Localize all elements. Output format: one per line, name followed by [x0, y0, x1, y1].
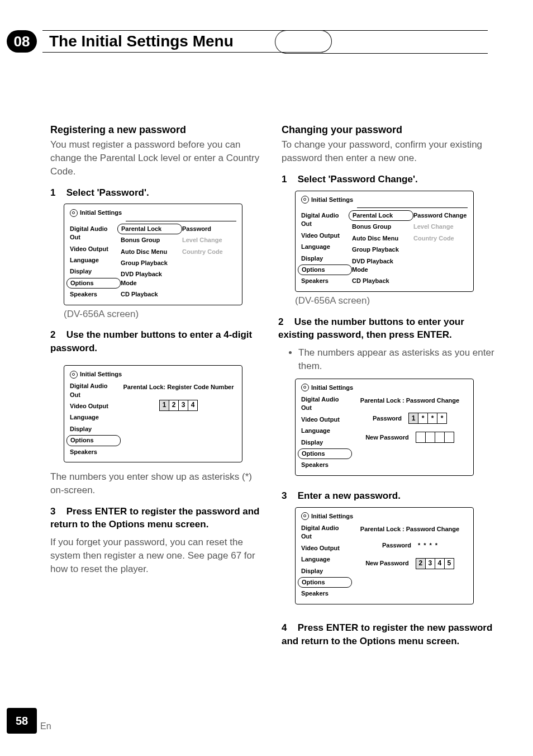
ui-title-text: Initial Settings — [311, 512, 353, 521]
mid-item: Bonus Group — [352, 223, 410, 231]
ui-screenshot-2: Initial Settings Digital Audio Out Video… — [64, 365, 242, 462]
step-1: 1 Select 'Password Change'. — [282, 173, 499, 186]
disc-icon — [301, 512, 309, 520]
right-item-dim: Level Change — [413, 223, 468, 231]
ui-title-text: Initial Settings — [311, 196, 353, 204]
code-digit: * — [418, 413, 428, 424]
step-number: 1 — [50, 186, 64, 200]
sidebar-item: Digital Audio Out — [301, 211, 349, 229]
step-text: Use the number buttons to enter your exi… — [278, 316, 464, 341]
ui-right-column: Password Change Level Change Country Cod… — [413, 211, 468, 286]
right-item-dim: Country Code — [182, 248, 236, 256]
center-title: Parental Lock : Password Change — [360, 396, 459, 405]
sidebar-item: Language — [301, 243, 349, 251]
sidebar-item: Video Output — [70, 402, 117, 410]
ui-title: Initial Settings — [70, 209, 236, 217]
sidebar-item: Language — [301, 555, 349, 564]
chapter-number: 08 — [7, 30, 37, 53]
step-4: 4 Press ENTER to register the new passwo… — [282, 621, 499, 648]
code-digit: 1 — [159, 400, 169, 411]
mid-item: Auto Disc Menu — [121, 248, 179, 256]
mid-item-selected: Parental Lock — [117, 224, 182, 234]
password-label: Password — [373, 414, 402, 423]
step-2: 2 Use the number buttons to enter a 4-di… — [50, 328, 268, 355]
sidebar-item: Display — [301, 567, 349, 575]
step-2: 2 Use the number buttons to enter your e… — [278, 315, 499, 342]
code-digit: * — [428, 413, 437, 424]
ui-title-text: Initial Settings — [80, 209, 122, 217]
step-number: 4 — [282, 621, 295, 635]
star: * — [429, 541, 431, 550]
ui-sidebar: Digital Audio Out Video Output Language … — [70, 382, 117, 456]
step-text: Press ENTER to register the password and… — [50, 506, 260, 530]
header-right-tab — [275, 30, 488, 54]
step-text: Press ENTER to register the new password… — [282, 622, 492, 646]
page-number: 58 — [7, 708, 37, 734]
sidebar-item: Video Output — [301, 231, 349, 240]
mid-item: Group Playback — [352, 245, 410, 254]
section-heading: Changing your password — [282, 123, 499, 137]
code-input: 1 2 3 4 — [159, 400, 198, 411]
section-heading: Registering a new password — [50, 123, 268, 137]
center-title: Parental Lock : Password Change — [360, 525, 459, 533]
sidebar-item: Language — [70, 256, 117, 264]
mid-item: DVD Playback Mode — [352, 257, 410, 275]
body-text: If you forget your password, you can res… — [50, 536, 268, 575]
mid-item: Bonus Group — [121, 236, 179, 244]
code-digit — [416, 432, 426, 443]
ui-middle-column: Parental Lock Bonus Group Auto Disc Menu… — [121, 225, 179, 299]
mid-item: CD Playback — [121, 290, 179, 299]
ui-screenshot-1: Initial Settings Digital Audio Out Video… — [64, 204, 242, 305]
step-number: 3 — [282, 489, 295, 503]
ui-sidebar: Digital Audio Out Video Output Language … — [301, 395, 349, 470]
code-stars: * * * * — [418, 541, 437, 550]
code-digit — [426, 432, 435, 443]
new-password-label: New Password — [365, 433, 409, 442]
sidebar-item: Language — [70, 413, 117, 422]
code-input: 2 3 4 5 — [416, 558, 454, 569]
sidebar-item: Display — [301, 254, 349, 263]
step-3: 3 Press ENTER to register the password a… — [50, 505, 268, 532]
sidebar-item: Speakers — [301, 461, 349, 469]
ui-sidebar: Digital Audio Out Video Output Language … — [70, 225, 117, 299]
screenshot-caption: (DV-656A screen) — [295, 294, 499, 308]
page-language: En — [40, 721, 51, 731]
sidebar-item: Digital Audio Out — [70, 382, 117, 399]
ui-sidebar: Digital Audio Out Video Output Language … — [301, 211, 349, 286]
disc-icon — [70, 209, 78, 217]
code-input — [416, 432, 454, 443]
sidebar-item: Video Output — [301, 544, 349, 552]
ui-middle-column: Parental Lock Bonus Group Auto Disc Menu… — [352, 211, 410, 286]
ui-title: Initial Settings — [301, 196, 468, 204]
bullet-list: The numbers appear as asterisks as you e… — [282, 346, 499, 373]
right-item-dim: Level Change — [182, 236, 236, 244]
intro-text: To change your password, confirm your ex… — [282, 138, 499, 165]
sidebar-item: Video Output — [301, 415, 349, 424]
code-digit: 4 — [435, 558, 445, 569]
ui-center: Parental Lock : Password Change Password… — [352, 524, 468, 598]
left-column: Registering a new password You must regi… — [50, 123, 268, 652]
ui-screenshot-5: Initial Settings Digital Audio Out Video… — [295, 507, 474, 604]
ui-title: Initial Settings — [301, 384, 468, 392]
mid-item: DVD Playback Mode — [121, 270, 179, 287]
ui-title: Initial Settings — [301, 512, 468, 521]
sidebar-item: Speakers — [301, 277, 349, 285]
sidebar-item: Digital Audio Out — [301, 524, 349, 541]
code-digit: 4 — [188, 400, 198, 411]
sidebar-item-selected: Options — [66, 278, 121, 289]
right-column: Changing your password To change your pa… — [282, 123, 499, 652]
sidebar-item: Digital Audio Out — [301, 395, 349, 413]
password-label: Password — [382, 541, 411, 550]
ui-screenshot-3: Initial Settings Digital Audio Out Video… — [295, 191, 474, 292]
ui-screenshot-4: Initial Settings Digital Audio Out Video… — [295, 379, 474, 476]
disc-icon — [301, 196, 309, 204]
code-digit — [445, 432, 454, 443]
intro-text: You must register a password before you … — [50, 138, 268, 178]
step-text: Enter a new password. — [298, 490, 401, 501]
sidebar-item: Digital Audio Out — [70, 225, 117, 242]
step-3: 3 Enter a new password. — [282, 489, 499, 503]
mid-item: CD Playback — [352, 277, 410, 285]
step-1: 1 Select 'Password'. — [50, 186, 268, 200]
sidebar-item: Language — [301, 427, 349, 435]
star: * — [418, 541, 420, 550]
